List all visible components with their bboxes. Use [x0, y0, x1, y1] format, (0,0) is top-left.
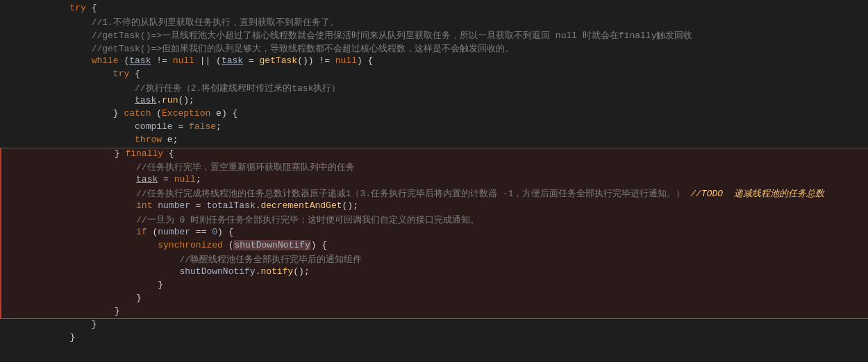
code-line-highlighted: if (number == 0) { — [0, 227, 868, 240]
code-line-highlighted: } — [0, 306, 868, 319]
code-line-highlighted: //一旦为 0 时则任务任务全部执行完毕；这时便可回调我们自定义的接口完成通知。 — [0, 214, 868, 227]
line-text: throw e; — [21, 135, 868, 145]
code-line-highlighted: shutDownNotify.notify(); — [0, 266, 868, 279]
line-text: } — [21, 319, 868, 329]
line-text: try { — [21, 3, 868, 13]
line-text: //getTask()=>但如果我们的队列足够大，导致线程数都不会超过核心线程数… — [21, 42, 868, 55]
line-text: try { — [21, 69, 868, 79]
code-line: while (task != null || (task = getTask()… — [0, 55, 868, 69]
line-text: if (number == 0) { — [22, 227, 868, 237]
line-text: } catch (Exception e) { — [21, 108, 868, 119]
line-text: } — [21, 332, 868, 343]
line-text: //任务执行完毕，置空重新循环获取阻塞队列中的任务 — [22, 161, 868, 173]
code-line-highlighted: //任务执行完毕，置空重新循环获取阻塞队列中的任务 — [0, 161, 868, 174]
code-line: //1.不停的从队列里获取任务执行，直到获取不到新任务了。 — [0, 16, 868, 29]
code-editor: try { //1.不停的从队列里获取任务执行，直到获取不到新任务了。 //ge… — [0, 0, 868, 362]
code-line-highlighted: } finally { — [0, 148, 868, 161]
code-line: try { — [0, 69, 868, 82]
line-text: //一旦为 0 时则任务任务全部执行完毕；这时便可回调我们自定义的接口完成通知。 — [22, 214, 868, 226]
line-text: } — [22, 279, 868, 290]
code-line: throw e; — [0, 135, 868, 148]
code-line-highlighted: //唤醒线程池任务全部执行完毕后的通知组件 — [0, 253, 868, 266]
line-text: task = null; — [22, 174, 868, 184]
code-line: task.run(); — [0, 95, 868, 108]
code-line: } catch (Exception e) { — [0, 108, 868, 121]
code-line: compile = false; — [0, 121, 868, 135]
line-text: //唤醒线程池任务全部执行完毕后的通知组件 — [22, 253, 868, 266]
line-text: } — [22, 306, 868, 316]
line-text: int number = totalTask.decrementAndGet()… — [22, 200, 868, 211]
line-text: task.run(); — [21, 95, 868, 105]
code-line-highlighted: //任务执行完成将线程池的任务总数计数器原子递减1（3.任务执行完毕后将内置的计… — [0, 187, 868, 200]
code-line-highlighted: } — [0, 279, 868, 293]
line-text: //1.不停的从队列里获取任务执行，直到获取不到新任务了。 — [21, 16, 868, 28]
code-line: //getTask()=>一旦线程池大小超过了核心线程数就会使用保活时间来从队列… — [0, 29, 868, 42]
line-text: //任务执行完成将线程池的任务总数计数器原子递减1（3.任务执行完毕后将内置的计… — [22, 187, 868, 200]
code-line-highlighted: } — [0, 293, 868, 306]
line-text: while (task != null || (task = getTask()… — [21, 55, 868, 66]
line-text: compile = false; — [21, 121, 868, 132]
line-text: shutDownNotify.notify(); — [22, 266, 868, 277]
code-line: try { — [0, 3, 868, 16]
code-line: } — [0, 332, 868, 345]
line-text: synchronized (shutDownNotify) { — [22, 240, 868, 250]
code-line-highlighted: task = null; — [0, 174, 868, 187]
code-line: //执行任务（2.将创建线程时传过来的task执行） — [0, 82, 868, 95]
code-line: //getTask()=>但如果我们的队列足够大，导致线程数都不会超过核心线程数… — [0, 42, 868, 55]
code-line: } — [0, 319, 868, 332]
code-line-highlighted: int number = totalTask.decrementAndGet()… — [0, 200, 868, 214]
line-text: } — [22, 293, 868, 303]
line-text: //getTask()=>一旦线程池大小超过了核心线程数就会使用保活时间来从队列… — [21, 29, 868, 42]
line-text: } finally { — [22, 148, 868, 159]
code-line-highlighted: synchronized (shutDownNotify) { — [0, 240, 868, 253]
line-text: //执行任务（2.将创建线程时传过来的task执行） — [21, 82, 868, 94]
